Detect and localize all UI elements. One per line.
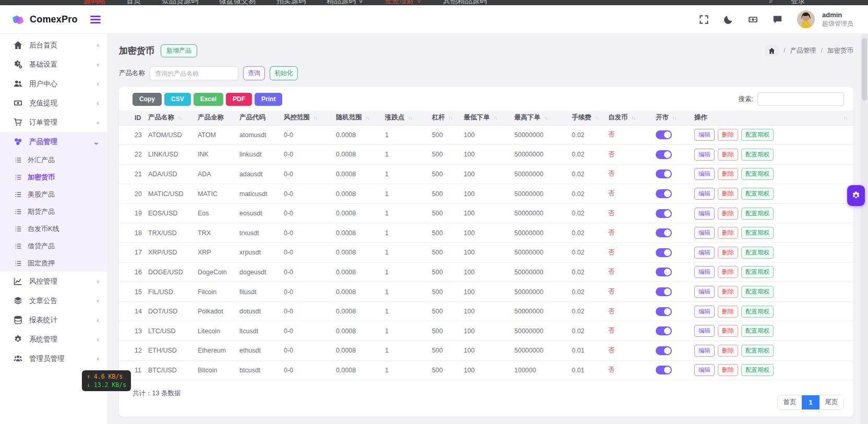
reset-button[interactable]: 初始化: [270, 66, 298, 80]
fullscreen-icon[interactable]: [699, 15, 709, 25]
column-header[interactable]: 操作↑↓: [691, 111, 853, 125]
export-pdf-button[interactable]: PDF: [226, 93, 252, 106]
configure-options-button[interactable]: 配置期权: [741, 149, 774, 161]
market-open-toggle[interactable]: [656, 150, 672, 159]
query-button[interactable]: 查询: [243, 66, 265, 80]
sort-icon[interactable]: ↑↓: [178, 115, 182, 120]
market-open-toggle[interactable]: [656, 307, 672, 316]
brand-name[interactable]: ComexPro: [30, 14, 78, 25]
export-print-button[interactable]: Print: [255, 93, 282, 106]
sidebar-subitem-fixed-staking[interactable]: 固定质押: [0, 255, 107, 272]
column-header[interactable]: 手续费↑↓: [569, 111, 605, 125]
market-open-toggle[interactable]: [656, 366, 672, 374]
scrollbar[interactable]: [861, 34, 868, 424]
edit-button[interactable]: 编辑: [694, 306, 715, 318]
configure-options-button[interactable]: 配置期权: [741, 345, 774, 357]
sort-icon[interactable]: ↑↓: [314, 115, 317, 120]
sidebar-subitem-crypto[interactable]: 加密货币: [0, 168, 107, 186]
delete-button[interactable]: 删除: [718, 345, 738, 357]
configure-options-button[interactable]: 配置期权: [741, 227, 774, 239]
market-open-toggle[interactable]: [656, 169, 672, 178]
configure-options-button[interactable]: 配置期权: [741, 247, 774, 259]
delete-button[interactable]: 删除: [718, 149, 738, 161]
sort-icon[interactable]: ↑↓: [843, 115, 847, 120]
export-excel-button[interactable]: Excel: [194, 93, 223, 106]
market-open-toggle[interactable]: [656, 189, 672, 198]
external-nav-item[interactable]: 精品源码 ∨: [327, 0, 364, 5]
configure-options-button[interactable]: 配置期权: [741, 208, 774, 220]
market-open-toggle[interactable]: [656, 326, 672, 335]
sidebar-subitem-forex[interactable]: 外汇产品: [0, 151, 107, 168]
last-page-button[interactable]: 尾页: [819, 395, 843, 409]
configure-options-button[interactable]: 配置期权: [741, 306, 774, 318]
delete-button[interactable]: 删除: [718, 306, 738, 318]
sidebar-item-users[interactable]: 用户中心 ‹: [0, 74, 107, 93]
breadcrumb-home-icon[interactable]: [765, 45, 779, 56]
sidebar-item-reports[interactable]: 报表统计 ‹: [0, 310, 107, 330]
dark-mode-moon-icon[interactable]: [724, 15, 733, 25]
edit-button[interactable]: 编辑: [694, 364, 715, 376]
sidebar-subitem-us-stocks[interactable]: 美股产品: [0, 186, 107, 203]
scrollbar-thumb[interactable]: [862, 38, 867, 101]
edit-button[interactable]: 编辑: [694, 208, 715, 220]
configure-options-button[interactable]: 配置期权: [741, 364, 774, 376]
sort-icon[interactable]: ↑↓: [544, 115, 548, 120]
edit-button[interactable]: 编辑: [694, 325, 715, 337]
edit-button[interactable]: 编辑: [694, 188, 715, 200]
edit-button[interactable]: 编辑: [694, 345, 715, 357]
sidebar-item-products[interactable]: 产品管理 ⌄: [0, 132, 107, 151]
delete-button[interactable]: 删除: [718, 188, 738, 200]
external-nav-item[interactable]: 其他精品源码: [443, 0, 487, 5]
external-nav-item[interactable]: 拍卖源码: [276, 0, 306, 5]
sort-icon[interactable]: ↑↓: [408, 115, 412, 120]
cash-icon[interactable]: [748, 15, 758, 25]
column-header[interactable]: 风控范围↑↓: [281, 111, 333, 125]
sidebar-item-admins[interactable]: 管理员管理 ‹: [0, 349, 107, 368]
sort-icon[interactable]: ↑↓: [449, 115, 452, 120]
column-header[interactable]: 最高下单↑↓: [511, 111, 569, 125]
sort-icon[interactable]: ↑↓: [595, 115, 599, 120]
configure-options-button[interactable]: 配置期权: [741, 286, 774, 298]
sidebar-item-settings[interactable]: 基础设置 ‹: [0, 55, 107, 74]
configure-options-button[interactable]: 配置期权: [741, 168, 774, 180]
delete-button[interactable]: 删除: [718, 325, 738, 337]
external-nav-item[interactable]: 佥佥理财 ∨: [385, 0, 423, 5]
add-product-button[interactable]: 新增产品: [161, 44, 197, 57]
theme-settings-button[interactable]: [847, 185, 865, 206]
chat-icon[interactable]: [773, 15, 782, 25]
market-open-toggle[interactable]: [656, 209, 672, 218]
column-header[interactable]: 自发币↑↓: [605, 111, 653, 125]
edit-button[interactable]: 编辑: [694, 286, 715, 298]
breadcrumb-crypto[interactable]: 加密货币: [827, 46, 853, 55]
product-name-input[interactable]: [150, 66, 238, 80]
market-open-toggle[interactable]: [656, 130, 672, 139]
sidebar-subitem-futures[interactable]: 期货产品: [0, 203, 107, 220]
external-nav-item[interactable]: 首页: [126, 0, 141, 5]
export-csv-button[interactable]: CSV: [164, 93, 191, 106]
first-page-button[interactable]: 首页: [778, 395, 802, 409]
breadcrumb-products[interactable]: 产品管理: [790, 46, 816, 55]
market-open-toggle[interactable]: [656, 268, 672, 276]
table-search-input[interactable]: [757, 92, 844, 106]
avatar[interactable]: [797, 10, 815, 28]
market-open-toggle[interactable]: [656, 346, 672, 355]
sidebar-subitem-self-coin-kline[interactable]: 自发币K线: [0, 220, 107, 237]
column-header[interactable]: 产品名称↑↓: [145, 111, 195, 125]
sort-icon[interactable]: ↑↓: [493, 115, 497, 120]
search-icon[interactable]: ⌕: [769, 0, 773, 5]
configure-options-button[interactable]: 配置期权: [741, 188, 774, 200]
delete-button[interactable]: 删除: [718, 129, 738, 141]
menu-toggle-icon[interactable]: [90, 14, 101, 25]
edit-button[interactable]: 编辑: [694, 247, 715, 259]
column-header[interactable]: ID↑↓: [119, 111, 145, 125]
configure-options-button[interactable]: 配置期权: [741, 266, 774, 278]
column-header[interactable]: 杠杆↑↓: [429, 111, 461, 125]
sidebar-item-orders[interactable]: 订单管理 ‹: [0, 113, 107, 132]
market-open-toggle[interactable]: [656, 228, 672, 237]
configure-options-button[interactable]: 配置期权: [741, 325, 774, 337]
sidebar-subitem-lending[interactable]: 借贷产品: [0, 237, 107, 255]
column-header[interactable]: 开市↑↓: [653, 111, 691, 125]
login-link[interactable]: 登录: [791, 0, 805, 5]
export-copy-button[interactable]: Copy: [132, 93, 162, 106]
edit-button[interactable]: 编辑: [694, 168, 715, 180]
